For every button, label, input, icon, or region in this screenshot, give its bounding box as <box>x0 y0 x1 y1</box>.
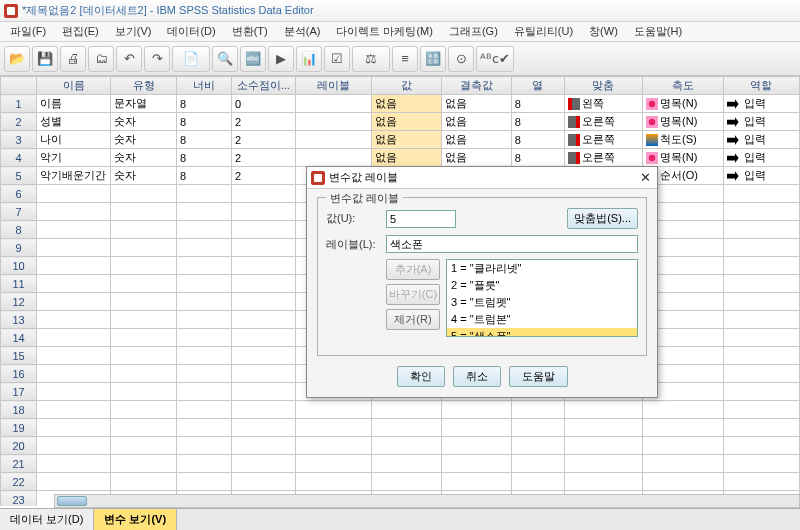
empty-cell[interactable] <box>231 347 295 365</box>
scrollbar-thumb[interactable] <box>57 496 87 506</box>
empty-cell[interactable] <box>111 455 177 473</box>
column-header[interactable]: 측도 <box>643 77 724 95</box>
cell-decimals[interactable]: 2 <box>231 113 295 131</box>
cell-values[interactable]: 없음 <box>371 131 441 149</box>
row-number[interactable]: 4 <box>1 149 37 167</box>
empty-cell[interactable] <box>723 419 799 437</box>
cell-type[interactable]: 숫자 <box>111 113 177 131</box>
save-icon[interactable]: 💾 <box>32 46 58 72</box>
empty-cell[interactable] <box>111 203 177 221</box>
empty-cell[interactable] <box>231 401 295 419</box>
cell-type[interactable]: 숫자 <box>111 131 177 149</box>
cell-label[interactable] <box>295 113 371 131</box>
row-number[interactable]: 6 <box>1 185 37 203</box>
goto-icon[interactable]: 📄 <box>172 46 210 72</box>
row-number[interactable]: 9 <box>1 239 37 257</box>
empty-cell[interactable] <box>511 473 564 491</box>
empty-cell[interactable] <box>723 275 799 293</box>
empty-cell[interactable] <box>643 419 724 437</box>
column-header[interactable]: 소수점이... <box>231 77 295 95</box>
vars-icon[interactable]: 🔤 <box>240 46 266 72</box>
cell-decimals[interactable]: 2 <box>231 167 295 185</box>
cell-measure[interactable]: 명목(N) <box>643 113 724 131</box>
list-item[interactable]: 2 = "플룻" <box>447 277 637 294</box>
empty-cell[interactable] <box>371 473 441 491</box>
empty-row[interactable]: 20 <box>1 437 800 455</box>
row-number[interactable]: 1 <box>1 95 37 113</box>
menu-item[interactable]: 데이터(D) <box>159 22 223 41</box>
sets-icon[interactable]: ⊙ <box>448 46 474 72</box>
row-number[interactable]: 18 <box>1 401 37 419</box>
row-number[interactable]: 16 <box>1 365 37 383</box>
cell-decimals[interactable]: 2 <box>231 149 295 167</box>
row-number[interactable]: 12 <box>1 293 37 311</box>
run-icon[interactable]: ▶ <box>268 46 294 72</box>
cell-name[interactable]: 성별 <box>37 113 111 131</box>
cell-measure[interactable]: 명목(N) <box>643 95 724 113</box>
empty-cell[interactable] <box>37 293 111 311</box>
tab-variable-view[interactable]: 변수 보기(V) <box>94 509 177 530</box>
empty-cell[interactable] <box>111 257 177 275</box>
empty-cell[interactable] <box>441 419 511 437</box>
menu-item[interactable]: 그래프(G) <box>441 22 506 41</box>
empty-cell[interactable] <box>231 383 295 401</box>
variable-row[interactable]: 2성별숫자82없음없음8오른쪽명목(N) 입력 <box>1 113 800 131</box>
empty-cell[interactable] <box>723 437 799 455</box>
column-header[interactable]: 역할 <box>723 77 799 95</box>
empty-cell[interactable] <box>231 437 295 455</box>
empty-cell[interactable] <box>511 455 564 473</box>
cell-values[interactable]: 없음 <box>371 113 441 131</box>
empty-cell[interactable] <box>371 437 441 455</box>
empty-cell[interactable] <box>111 221 177 239</box>
empty-cell[interactable] <box>231 203 295 221</box>
chart-icon[interactable]: 📊 <box>296 46 322 72</box>
cell-name[interactable]: 나이 <box>37 131 111 149</box>
cell-type[interactable]: 숫자 <box>111 149 177 167</box>
empty-cell[interactable] <box>111 365 177 383</box>
cell-name[interactable]: 악기 <box>37 149 111 167</box>
empty-row[interactable]: 21 <box>1 455 800 473</box>
cell-decimals[interactable]: 0 <box>231 95 295 113</box>
empty-cell[interactable] <box>723 365 799 383</box>
empty-cell[interactable] <box>723 221 799 239</box>
cell-type[interactable]: 숫자 <box>111 167 177 185</box>
split-icon[interactable]: ≡ <box>392 46 418 72</box>
empty-cell[interactable] <box>295 473 371 491</box>
menu-item[interactable]: 파일(F) <box>2 22 54 41</box>
empty-cell[interactable] <box>231 419 295 437</box>
cell-width[interactable]: 8 <box>176 95 231 113</box>
empty-cell[interactable] <box>231 365 295 383</box>
cell-width[interactable]: 8 <box>176 167 231 185</box>
empty-cell[interactable] <box>111 473 177 491</box>
print-icon[interactable]: 🖨 <box>60 46 86 72</box>
cell-columns[interactable]: 8 <box>511 149 564 167</box>
empty-cell[interactable] <box>231 455 295 473</box>
cell-width[interactable]: 8 <box>176 149 231 167</box>
cell-role[interactable]: 입력 <box>723 131 799 149</box>
empty-cell[interactable] <box>295 437 371 455</box>
cell-label[interactable] <box>295 95 371 113</box>
empty-cell[interactable] <box>176 419 231 437</box>
empty-cell[interactable] <box>176 293 231 311</box>
cell-width[interactable]: 8 <box>176 113 231 131</box>
empty-cell[interactable] <box>723 401 799 419</box>
empty-cell[interactable] <box>371 455 441 473</box>
empty-cell[interactable] <box>176 437 231 455</box>
cell-role[interactable]: 입력 <box>723 167 799 185</box>
empty-cell[interactable] <box>231 257 295 275</box>
empty-cell[interactable] <box>176 473 231 491</box>
empty-row[interactable]: 22 <box>1 473 800 491</box>
remove-button[interactable]: 제거(R) <box>386 309 440 330</box>
cell-values[interactable]: 없음 <box>371 149 441 167</box>
empty-cell[interactable] <box>176 455 231 473</box>
list-item[interactable]: 1 = "클라리넷" <box>447 260 637 277</box>
cell-missing[interactable]: 없음 <box>441 131 511 149</box>
cell-values[interactable]: 없음 <box>371 95 441 113</box>
column-header[interactable]: 맞춤 <box>564 77 642 95</box>
empty-cell[interactable] <box>37 239 111 257</box>
recall-icon[interactable]: 🗂 <box>88 46 114 72</box>
empty-cell[interactable] <box>564 455 642 473</box>
list-item[interactable]: 5 = "색소폰" <box>447 328 637 337</box>
cancel-button[interactable]: 취소 <box>453 366 501 387</box>
empty-cell[interactable] <box>723 203 799 221</box>
